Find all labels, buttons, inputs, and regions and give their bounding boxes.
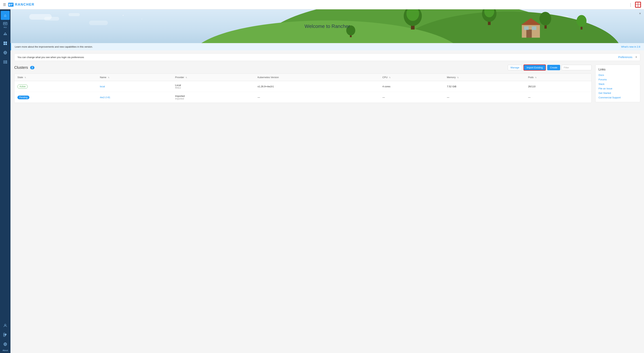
cell-provider: Local RKE2 (172, 81, 254, 92)
sidebar-item-global-settings[interactable] (1, 340, 10, 349)
svg-rect-45 (532, 27, 536, 30)
svg-rect-44 (524, 27, 528, 30)
cluster-name-link[interactable]: rke2-2-81 (100, 96, 110, 99)
manage-button[interactable]: Manage (508, 65, 522, 70)
provider-sort-icon[interactable]: ⇅ (186, 77, 187, 79)
cell-cpu: — (380, 92, 444, 103)
cpu-sort-icon[interactable]: ⇅ (389, 77, 390, 79)
state-badge: Active (18, 85, 28, 89)
cell-state: Pending (14, 92, 97, 103)
sidebar: ⌂ R22 (0, 9, 10, 353)
about-label[interactable]: About (2, 349, 8, 353)
content-area: Clusters 2 Manage Import Existing Create… (10, 61, 644, 107)
links-title: Links (598, 68, 637, 71)
sidebar-item-extensions[interactable] (1, 330, 10, 339)
pref-bar-text: You can change what you see when you log… (18, 56, 84, 59)
sidebar-item-cluster[interactable]: R22 (1, 20, 10, 29)
welcome-banner: Welcome to Rancher (10, 9, 644, 43)
svg-rect-12 (6, 44, 7, 45)
rancher-logo-icon (8, 2, 14, 7)
col-k8s-version: Kubernetes Version (254, 74, 380, 81)
whats-new-link[interactable]: What's new in 2.8 (621, 45, 640, 48)
svg-rect-11 (4, 44, 5, 45)
sidebar-item-storage[interactable] (1, 58, 10, 67)
link-item[interactable]: Get Started (598, 92, 611, 94)
cell-k8s-version: v1.26.9+rke2r1 (254, 81, 380, 92)
provider-name: Imported (175, 95, 252, 97)
svg-point-1 (9, 4, 10, 5)
memory-sort-icon[interactable]: ⇅ (457, 77, 459, 79)
col-cpu: CPU ⇅ (380, 74, 444, 81)
extensions-icon (3, 333, 7, 337)
link-item[interactable]: File an Issue (598, 87, 612, 90)
svg-point-18 (6, 61, 6, 61)
welcome-title: Welcome to Rancher (304, 24, 350, 29)
table-row: Pending rke2-2-81 Imported Imported — — … (14, 92, 592, 103)
state-badge: Pending (18, 96, 30, 99)
links-list: DocsForumsSlackFile an IssueGet StartedC… (598, 74, 637, 99)
banner-close-button[interactable]: × (639, 12, 641, 16)
sidebar-item-globe[interactable] (1, 48, 10, 57)
import-existing-button[interactable]: Import Existing (524, 65, 546, 71)
link-item[interactable]: Docs (598, 74, 604, 77)
filter-input[interactable] (562, 65, 592, 70)
table-header: State ⇅ Name ⇅ Provider ⇅ (14, 74, 592, 81)
clusters-title: Clusters (14, 65, 28, 70)
link-item[interactable]: Commercial Support (598, 96, 621, 99)
name-sort-icon[interactable]: ⇅ (108, 77, 109, 79)
sidebar-item-apps[interactable] (1, 39, 10, 48)
topbar: ☰ RANCHER ⋮ (0, 0, 644, 9)
svg-point-38 (576, 15, 586, 27)
clusters-table-element: State ⇅ Name ⇅ Provider ⇅ (14, 74, 592, 103)
link-item[interactable]: Forums (598, 78, 607, 81)
list-item: Get Started (598, 91, 637, 94)
logo-text: RANCHER (15, 3, 34, 7)
fleet-icon (3, 32, 7, 37)
avatar[interactable] (635, 2, 641, 8)
logo: RANCHER (8, 2, 34, 7)
state-sort-icon[interactable]: ⇅ (24, 77, 26, 79)
cell-provider: Imported Imported (172, 92, 254, 103)
cell-pods: — (525, 92, 592, 103)
list-item: File an Issue (598, 87, 637, 90)
preferences-link[interactable]: Preferences (618, 56, 632, 59)
svg-rect-3 (10, 5, 12, 5)
svg-rect-7 (5, 23, 6, 24)
cell-name: local (97, 81, 172, 92)
list-item: Docs (598, 74, 637, 77)
global-settings-icon (3, 342, 7, 347)
content-main: Clusters 2 Manage Import Existing Create… (14, 65, 592, 103)
cluster-icon (3, 21, 7, 26)
svg-rect-2 (10, 4, 13, 4)
svg-rect-22 (4, 335, 5, 336)
svg-rect-43 (526, 30, 532, 38)
cell-pods: 26/110 (525, 81, 592, 92)
pref-bar: You can change what you see when you log… (14, 53, 640, 61)
info-bar: Learn more about the improvements and ne… (10, 43, 644, 50)
svg-point-4 (9, 5, 10, 6)
create-button[interactable]: Create (547, 65, 560, 70)
pref-close-button[interactable]: × (636, 56, 637, 59)
cell-memory: — (444, 92, 525, 103)
list-item: Forums (598, 78, 637, 81)
main-content: Welcome to Rancher (10, 9, 644, 353)
cell-cpu: 4 cores (380, 81, 444, 92)
sidebar-item-home[interactable]: ⌂ (1, 11, 10, 20)
sidebar-item-user[interactable] (1, 321, 10, 330)
cell-memory: 7.52 GiB (444, 81, 525, 92)
svg-point-20 (4, 324, 6, 326)
col-memory: Memory ⇅ (444, 74, 525, 81)
svg-point-19 (6, 63, 6, 63)
more-options-icon[interactable]: ⋮ (629, 3, 633, 7)
pods-sort-icon[interactable]: ⇅ (535, 77, 536, 79)
sidebar-item-fleet[interactable] (1, 30, 10, 39)
svg-rect-9 (4, 42, 5, 43)
clusters-count: 2 (30, 66, 34, 69)
hamburger-icon[interactable]: ☰ (3, 3, 6, 7)
storage-icon (3, 60, 7, 65)
info-bar-text: Learn more about the improvements and ne… (15, 45, 93, 48)
cell-k8s-version: — (254, 92, 380, 103)
list-item: Commercial Support (598, 96, 637, 99)
link-item[interactable]: Slack (598, 83, 604, 86)
cluster-name-link[interactable]: local (100, 85, 105, 88)
